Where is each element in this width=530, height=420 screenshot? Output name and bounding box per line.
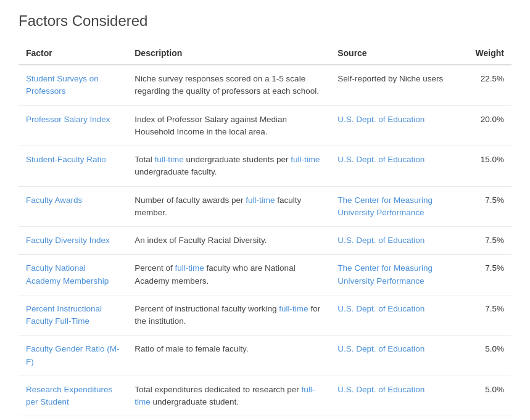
cell-description: Percent of instructional faculty working… bbox=[127, 295, 330, 336]
table-row: Percent Instructional Faculty Full-TimeP… bbox=[19, 295, 511, 336]
table-row: Research ExpendituresTotal expenditures … bbox=[19, 416, 511, 420]
source-link[interactable]: The Center for Measuring University Perf… bbox=[337, 263, 433, 285]
source-link[interactable]: U.S. Dept. of Education bbox=[337, 304, 424, 313]
cell-factor: Faculty National Academy Membership bbox=[19, 255, 127, 295]
table-row: Faculty AwardsNumber of faculty awards p… bbox=[19, 186, 511, 227]
cell-description: Total expenditures dedicated to research… bbox=[127, 416, 330, 420]
factors-table: Factor Description Source Weight Student… bbox=[19, 42, 511, 420]
cell-source[interactable]: U.S. Dept. of Education bbox=[330, 336, 462, 376]
table-header-row: Factor Description Source Weight bbox=[19, 42, 511, 65]
cell-factor: Research Expenditures per Student bbox=[19, 376, 127, 416]
cell-factor: Professor Salary Index bbox=[19, 105, 127, 146]
source-link[interactable]: U.S. Dept. of Education bbox=[337, 236, 424, 245]
cell-source[interactable]: U.S. Dept. of Education bbox=[330, 227, 462, 255]
cell-weight: 7.5% bbox=[462, 186, 511, 227]
cell-description: Ratio of male to female faculty. bbox=[127, 336, 330, 376]
cell-description: Percent of full-time faculty who are Nat… bbox=[127, 255, 330, 295]
source-link[interactable]: U.S. Dept. of Education bbox=[337, 115, 424, 124]
cell-weight: 5.0% bbox=[462, 336, 511, 376]
table-row: Student-Faculty RatioTotal full-time und… bbox=[19, 146, 511, 187]
source-link[interactable]: The Center for Measuring University Perf… bbox=[337, 196, 433, 217]
cell-description: Niche survey responses scored on a 1-5 s… bbox=[127, 65, 330, 105]
cell-description: Number of faculty awards per full-time f… bbox=[127, 186, 330, 227]
table-row: Faculty Diversity IndexAn index of Facul… bbox=[19, 227, 511, 255]
source-link[interactable]: U.S. Dept. of Education bbox=[337, 155, 424, 164]
cell-source: Self-reported by Niche users bbox=[330, 65, 462, 105]
cell-description: An index of Faculty Racial Diversity. bbox=[127, 227, 330, 255]
cell-factor: Student-Faculty Ratio bbox=[19, 146, 127, 187]
cell-factor: Faculty Gender Ratio (M-F) bbox=[19, 336, 127, 376]
cell-description: Total full-time undergraduate students p… bbox=[127, 146, 330, 187]
cell-source[interactable]: U.S. Dept. of Education bbox=[330, 416, 462, 420]
cell-source[interactable]: U.S. Dept. of Education bbox=[330, 376, 462, 416]
cell-weight: 7.5% bbox=[462, 295, 511, 336]
table-row: Research Expenditures per StudentTotal e… bbox=[19, 376, 511, 416]
cell-factor: Percent Instructional Faculty Full-Time bbox=[19, 295, 127, 336]
header-description: Description bbox=[127, 42, 330, 65]
header-source: Source bbox=[330, 42, 462, 65]
cell-factor: Research Expenditures bbox=[19, 416, 127, 420]
cell-factor: Student Surveys on Professors bbox=[19, 65, 127, 105]
cell-factor: Faculty Awards bbox=[19, 186, 127, 227]
table-row: Faculty Gender Ratio (M-F)Ratio of male … bbox=[19, 336, 511, 376]
cell-weight: 2.5% bbox=[462, 416, 511, 420]
table-row: Faculty National Academy MembershipPerce… bbox=[19, 255, 511, 295]
cell-weight: 22.5% bbox=[462, 65, 511, 105]
cell-weight: 7.5% bbox=[462, 227, 511, 255]
cell-source[interactable]: U.S. Dept. of Education bbox=[330, 105, 462, 146]
cell-factor: Faculty Diversity Index bbox=[19, 227, 127, 255]
cell-weight: 20.0% bbox=[462, 105, 511, 146]
cell-weight: 15.0% bbox=[462, 146, 511, 187]
cell-description: Index of Professor Salary against Median… bbox=[127, 105, 330, 146]
cell-source[interactable]: The Center for Measuring University Perf… bbox=[330, 255, 462, 295]
cell-source[interactable]: The Center for Measuring University Perf… bbox=[330, 186, 462, 227]
header-weight: Weight bbox=[462, 42, 511, 65]
table-row: Student Surveys on ProfessorsNiche surve… bbox=[19, 65, 511, 105]
source-link[interactable]: U.S. Dept. of Education bbox=[337, 344, 424, 353]
cell-description: Total expenditures dedicated to research… bbox=[127, 376, 330, 416]
cell-source[interactable]: U.S. Dept. of Education bbox=[330, 146, 462, 187]
cell-source[interactable]: U.S. Dept. of Education bbox=[330, 295, 462, 336]
page-title: Factors Considered bbox=[19, 12, 511, 30]
table-row: Professor Salary IndexIndex of Professor… bbox=[19, 105, 511, 146]
source-link[interactable]: U.S. Dept. of Education bbox=[337, 385, 424, 394]
cell-weight: 5.0% bbox=[462, 376, 511, 416]
cell-weight: 7.5% bbox=[462, 255, 511, 295]
header-factor: Factor bbox=[19, 42, 127, 65]
